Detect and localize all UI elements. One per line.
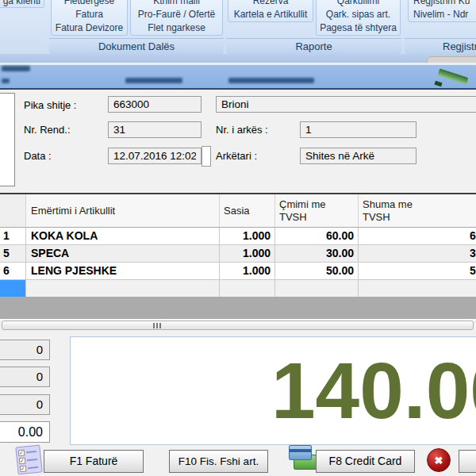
ribbon-panel-regjistrime: Regjistrim Ku Nivelim - Ndr <box>408 0 476 22</box>
ribbon: ga klienti Fletdërgesë Fatura Fatura Dev… <box>0 0 476 54</box>
counter-field-1[interactable]: 0 <box>0 340 50 360</box>
ribbon-item-rezerva[interactable]: Rezerva <box>228 0 313 8</box>
row-number: 6 <box>0 263 26 280</box>
cell-cmimi: 30.00 <box>275 245 359 263</box>
column-header-cmimi[interactable]: Çmimi me TVSH <box>275 194 359 228</box>
cell-shuma <box>359 280 476 298</box>
pen-icon <box>435 66 473 87</box>
ribbon-item-nivelim[interactable]: Nivelim - Ndr <box>413 8 476 21</box>
cell-cmimi <box>275 280 359 298</box>
table-header-row: Emërtimi i Artikullit Sasia Çmimi me TVS… <box>0 194 476 228</box>
cell-sasia <box>220 280 275 298</box>
splitter-handle[interactable] <box>2 321 474 330</box>
ribbon-item-nga-klienti[interactable]: ga klienti <box>0 0 44 8</box>
ribbon-group-label-dokument-dales: Dokument Dalës <box>49 38 224 54</box>
cell-cmimi: 50.00 <box>275 263 359 280</box>
row-number: 1 <box>0 228 26 245</box>
ribbon-item-qarkullimi[interactable]: Qarkullimi <box>317 0 400 8</box>
selected-row-indicator[interactable] <box>0 280 26 298</box>
cell-name <box>26 280 220 298</box>
ribbon-item-flet-ngarkese[interactable]: Flet ngarkese <box>131 21 222 35</box>
cell-name: LENG PJESHKE <box>26 263 220 280</box>
f8-credit-card-button[interactable]: F8 Credit Card <box>316 450 415 473</box>
pos-application-window: { "ribbon": { "cut_button": "ga klienti"… <box>0 0 476 476</box>
arketari-field[interactable] <box>300 148 416 164</box>
side-panel <box>0 93 15 186</box>
blurred-text <box>125 78 182 83</box>
row-number: 5 <box>0 245 26 263</box>
ribbon-item-kartela-artikullit[interactable]: Kartela e Artikullit <box>228 8 313 21</box>
nr-arkes-field[interactable] <box>300 121 416 138</box>
grand-total-panel: 140.00 <box>70 336 476 445</box>
cell-name: KOKA KOLA <box>26 228 220 245</box>
ribbon-group-label-regjistr: Regjistr <box>405 38 476 54</box>
ribbon-item-fletdergese[interactable]: Fletdërgesë <box>52 0 127 8</box>
pika-shitje-label: Pika shitje : <box>24 99 76 111</box>
ribbon-panel-raporte-2: Qarkullimi Qark. sipas art. Pagesa të sh… <box>316 0 401 36</box>
ribbon-item-label: ga klienti <box>3 0 40 6</box>
nr-arkes-label: Nr. i arkës : <box>216 124 268 136</box>
cell-shuma: 60.00 <box>359 228 476 245</box>
ribbon-item-fatura-devizore[interactable]: Fatura Devizore <box>52 21 127 35</box>
ribbon-item-pagesa-te-shtyera[interactable]: Pagesa të shtyera <box>317 21 400 35</box>
ribbon-group-label-raporte: Raporte <box>226 38 401 54</box>
nr-rend-label: Nr. Rend.: <box>24 124 71 136</box>
pika-shitje-code-field[interactable] <box>108 96 202 113</box>
cell-sasia: 1.000 <box>220 245 275 263</box>
f10-fshi-art-button[interactable]: F10 Fis. Fshi art. <box>169 450 268 473</box>
grand-total-value: 140.00 <box>271 337 476 444</box>
counter-field-2[interactable]: 0 <box>0 367 50 387</box>
cancel-icon[interactable]: ✖ <box>427 448 451 472</box>
table-background-area <box>0 297 476 319</box>
cell-name: SPECA <box>26 245 220 263</box>
f1-fature-button[interactable]: F1 Faturë <box>44 450 144 473</box>
cell-cmimi: 60.00 <box>275 228 359 245</box>
ribbon-panel-raporte-1: Rezerva Kartela e Artikullit <box>228 0 313 22</box>
column-header-emertimi[interactable]: Emërtimi i Artikullit <box>26 194 220 228</box>
ribbon-panel-dokument-2: Kthim malli Pro-Faurë / Ofertë Flet ngar… <box>130 0 223 36</box>
data-field[interactable] <box>108 148 202 164</box>
arketari-label: Arkëtari : <box>216 150 257 162</box>
blurred-text <box>2 66 30 71</box>
table-row[interactable]: 5 SPECA 1.000 30.00 30.00 <box>0 245 476 263</box>
column-header-shuma[interactable]: Shuma me TVSH <box>359 194 476 228</box>
credit-card-icon[interactable] <box>289 445 316 470</box>
small-box <box>202 146 211 167</box>
counter-field-3[interactable]: 0 <box>0 394 50 415</box>
column-header-rownum[interactable] <box>0 194 26 228</box>
partial-button-cut[interactable] <box>459 450 476 473</box>
ribbon-item-kthim-malli[interactable]: Kthim malli <box>131 0 222 8</box>
cell-shuma: 30.00 <box>359 245 476 263</box>
invoice-document-icon[interactable]: ✓ ✓ ✓ <box>15 444 42 474</box>
ribbon-bottom-strip <box>0 54 476 63</box>
column-header-sasia[interactable]: Sasia <box>220 194 275 228</box>
blurred-text <box>228 78 314 83</box>
cell-sasia: 1.000 <box>220 263 275 280</box>
table-new-row[interactable] <box>0 280 476 298</box>
document-title-bar <box>0 65 476 88</box>
nr-rend-field[interactable] <box>108 121 202 138</box>
table-row[interactable]: 1 KOKA KOLA 1.000 60.00 60.00 <box>0 228 476 245</box>
pika-shitje-name-field[interactable] <box>216 96 476 113</box>
cell-shuma: 50.00 <box>359 263 476 280</box>
blurred-text <box>2 79 10 83</box>
table-row[interactable]: 6 LENG PJESHKE 1.000 50.00 50.00 <box>0 263 476 280</box>
ribbon-panel-dokument-1: Fletdërgesë Fatura Fatura Devizore <box>51 0 128 36</box>
data-label: Data : <box>24 150 52 162</box>
title-bar-border <box>0 88 476 90</box>
ribbon-item-qark-sipas-art[interactable]: Qark. sipas art. <box>317 8 400 21</box>
ribbon-item-fatura[interactable]: Fatura <box>52 8 127 21</box>
amount-field[interactable]: 0.00 <box>0 421 50 443</box>
ribbon-item-pro-faure-oferte[interactable]: Pro-Faurë / Ofertë <box>131 8 222 21</box>
ribbon-item-regjistrim[interactable]: Regjistrim Ku <box>413 0 476 8</box>
cell-sasia: 1.000 <box>220 228 275 245</box>
